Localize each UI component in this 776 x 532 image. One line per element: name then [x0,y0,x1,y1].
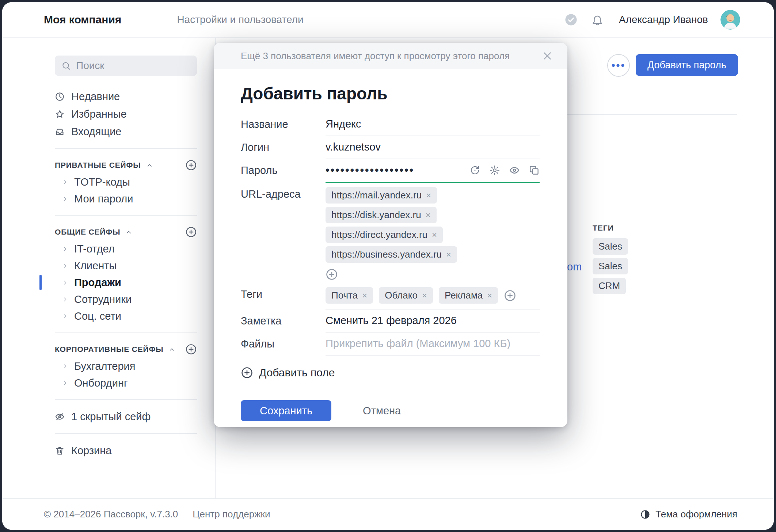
truncated-link-text[interactable]: om [567,261,582,273]
avatar[interactable] [720,10,740,30]
sidebar-item-hidden-vault[interactable]: 1 скрытый сейф [55,408,197,425]
search-box[interactable] [55,56,197,76]
sidebar-item-sales[interactable]: Продажи [55,274,197,291]
name-label: Название [241,113,326,136]
trash-icon [55,446,65,456]
section-title[interactable]: ОБЩИЕ СЕЙФЫ [55,228,120,236]
add-password-button[interactable]: Добавить пароль [636,54,738,76]
chevron-right-icon [62,313,68,319]
add-tag-icon[interactable] [504,289,516,302]
remove-tag-icon[interactable]: × [362,290,367,301]
theme-toggle[interactable]: Тема оформления [640,509,737,520]
url-chip[interactable]: https://direct.yandex.ru× [326,227,443,243]
note-input[interactable]: Сменить 21 февраля 2026 [326,309,540,332]
company-name: Моя компания [44,14,121,26]
topbar-section-title[interactable]: Настройки и пользователи [177,14,303,26]
url-chip[interactable]: https://business.yandex.ru× [326,246,457,263]
name-input[interactable]: Яндекс [326,113,540,136]
support-link[interactable]: Центр поддержки [193,509,270,520]
show-password-icon[interactable] [509,165,520,176]
files-input[interactable]: Прикрепить файл (Максимум 100 КБ) [326,332,540,356]
plus-circle-icon[interactable] [185,159,197,171]
tag-chip[interactable]: Облако× [379,287,433,304]
chevron-right-icon [62,380,68,386]
password-dots: •••••••••••••••••• [326,164,414,176]
files-label: Файлы [241,332,326,356]
sidebar-item-social[interactable]: Соц. сети [55,308,197,324]
plus-circle-icon [241,366,253,379]
divider [55,332,197,333]
form-row-note: Заметка Сменить 21 февраля 2026 [241,309,540,332]
remove-url-icon[interactable]: × [432,230,437,240]
vault-label: IT-отдел [74,243,115,255]
section-title[interactable]: ПРИВАТНЫЕ СЕЙФЫ [55,161,141,170]
close-icon[interactable] [541,50,554,62]
chevron-right-icon [62,246,68,252]
tag-chip[interactable]: Реклама× [439,287,498,304]
eye-off-icon [55,412,65,422]
cancel-button[interactable]: Отмена [363,405,401,417]
user-name[interactable]: Александр Иванов [619,14,708,26]
url-text: https://direct.yandex.ru [331,229,427,240]
theme-label: Тема оформления [655,509,737,520]
remove-url-icon[interactable]: × [426,210,431,220]
copy-icon[interactable] [529,165,540,176]
password-form: Название Яндекс Логин v.kuznetsov Пароль… [241,113,540,356]
url-chip[interactable]: https://disk.yandex.ru× [326,207,437,223]
plus-circle-icon[interactable] [185,226,197,238]
sidebar-item-label: Входящие [71,126,122,138]
tag-chip[interactable]: CRM [593,278,626,294]
modal-header: Ещё 3 пользователя имеют доступ к просмо… [214,43,567,69]
url-text: https://mail.yandex.ru [331,190,422,201]
sidebar-item-favorites[interactable]: Избранные [55,105,197,123]
sidebar-item-clients[interactable]: Клиенты [55,257,197,274]
sidebar-item-trash[interactable]: Корзина [55,442,197,459]
copyright-text: © 2014–2026 Пассворк, v.7.3.0 [44,509,178,520]
settings-icon[interactable] [489,165,500,176]
remove-tag-icon[interactable]: × [487,290,492,301]
sidebar-item-it[interactable]: IT-отдел [55,240,197,257]
vault-label: Онбординг [74,377,128,389]
chevron-up-icon[interactable] [146,162,153,169]
search-input[interactable] [76,60,190,72]
add-url-icon[interactable] [326,268,338,281]
remove-tag-icon[interactable]: × [422,290,427,301]
modal-title: Добавить пароль [241,84,540,103]
chevron-up-icon[interactable] [125,229,132,236]
add-field-button[interactable]: Добавить поле [241,366,540,379]
star-icon [55,109,65,119]
sidebar-item-label: Корзина [71,445,111,457]
form-row-tags: Теги Почта× Облако× Реклама× [241,283,540,309]
sidebar-item-inbox[interactable]: Входящие [55,123,197,140]
remove-url-icon[interactable]: × [446,250,451,260]
tag-text: Реклама [445,290,483,301]
remove-url-icon[interactable]: × [426,190,431,201]
tag-label: Sales [598,241,622,252]
check-circle-icon[interactable] [565,14,577,26]
tag-text: Почта [331,290,358,301]
tag-label: Sales [598,261,622,272]
sidebar-item-accounting[interactable]: Бухгалтерия [55,358,197,375]
more-options-button[interactable]: ••• [607,54,630,77]
generate-password-icon[interactable] [469,165,480,176]
tag-chip[interactable]: Sales [593,258,628,274]
password-input[interactable]: •••••••••••••••••• [326,159,540,183]
sidebar-item-label: 1 скрытый сейф [71,411,151,423]
sidebar-item-employees[interactable]: Сотрудники [55,291,197,308]
plus-circle-icon[interactable] [185,343,197,355]
save-button[interactable]: Сохранить [241,400,331,421]
add-password-modal: Ещё 3 пользователя имеют доступ к просмо… [214,43,567,427]
sidebar-item-my-passwords[interactable]: Мои пароли [55,190,197,207]
tag-chip[interactable]: Почта× [326,287,373,304]
section-title[interactable]: КОРПОРАТИВНЫЕ СЕЙФЫ [55,345,163,354]
sidebar-item-recent[interactable]: Недавние [55,88,197,105]
url-chip[interactable]: https://mail.yandex.ru× [326,187,437,204]
chevron-right-icon [62,363,68,369]
login-input[interactable]: v.kuznetsov [326,136,540,159]
sidebar-item-onboarding[interactable]: Онбординг [55,375,197,391]
tag-chip[interactable]: Sales [593,238,628,255]
bell-icon[interactable] [591,14,604,26]
chevron-up-icon[interactable] [168,346,175,353]
theme-icon [640,509,650,520]
sidebar-item-totp[interactable]: TOTP-коды [55,174,197,190]
